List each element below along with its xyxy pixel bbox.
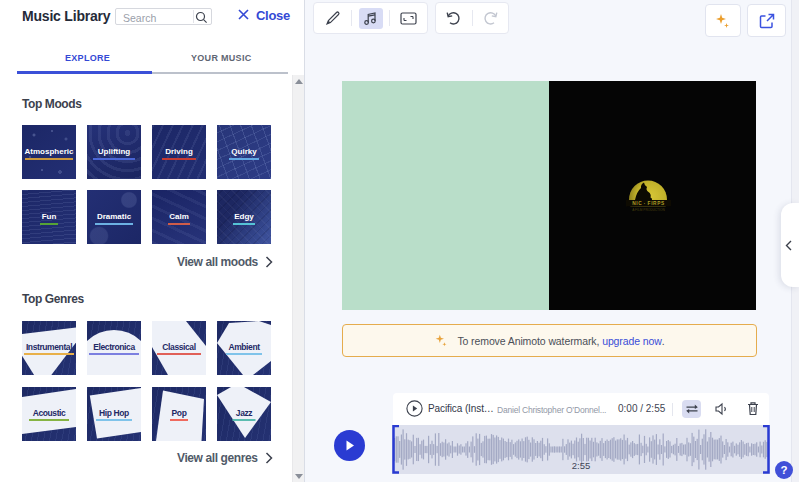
svg-text:A FILM PRODUCTION: A FILM PRODUCTION [632, 208, 665, 212]
svg-text:NIC · FIRPS: NIC · FIRPS [632, 201, 665, 206]
